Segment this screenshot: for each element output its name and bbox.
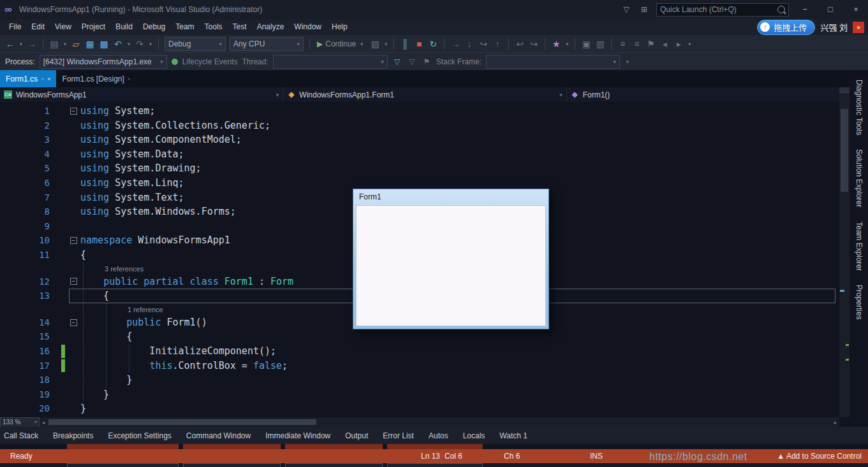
panel-tab-autos[interactable]: Autos (429, 431, 448, 440)
step-into-icon[interactable]: ↓ (463, 36, 476, 52)
fold-collapse-icon[interactable]: − (70, 237, 77, 244)
new-project-chevron[interactable]: ▾ (62, 41, 68, 47)
running-app-window[interactable]: Form1 (353, 189, 549, 329)
horizontal-scrollbar-thumb[interactable] (48, 419, 316, 425)
panel-tab-immediate-window[interactable]: Immediate Window (265, 431, 330, 440)
feedback-icon[interactable]: ⊞ (638, 5, 650, 14)
title-bar[interactable]: ∞ WindowsFormsApp1 (Running) - Microsoft… (0, 0, 868, 19)
code-line[interactable]: 19 } (0, 387, 839, 402)
code-line[interactable]: 5using System.Drawing; (0, 161, 839, 176)
redo-chevron[interactable]: ▾ (147, 41, 154, 47)
scroll-left-icon[interactable]: ◂ (40, 419, 47, 426)
open-file-icon[interactable]: ▱ (70, 36, 82, 52)
project-dropdown[interactable]: C# WindowsFormsApp1 ▾ (0, 87, 283, 102)
uncomment-icon[interactable]: ≡ (630, 36, 643, 52)
user-avatar[interactable]: ★ (853, 22, 864, 33)
panel-tab-call-stack[interactable]: Call Stack (4, 431, 38, 440)
diagnostics-icon[interactable]: ▨ (369, 36, 381, 52)
side-tab-team-explorer[interactable]: Team Explorer (855, 222, 864, 271)
menu-window[interactable]: Window (289, 19, 327, 35)
save-icon[interactable]: ▦ (84, 36, 96, 52)
code-line[interactable]: 18 } (0, 373, 839, 387)
type-dropdown[interactable]: ◆ WindowsFormsApp1.Form1 ▾ (283, 87, 566, 102)
add-to-source-control-button[interactable]: ▲ Add to Source Control (777, 449, 862, 463)
intellitrace-chevron[interactable]: ▾ (564, 41, 570, 47)
filter-icon[interactable]: ▽ (621, 5, 632, 14)
tab-form1-cs-design-[interactable]: Form1.cs [Design]▫ (56, 70, 136, 87)
code-line[interactable]: 15 { (0, 329, 839, 344)
close-tab-icon[interactable]: × (47, 76, 50, 82)
panel-tab-exception-settings[interactable]: Exception Settings (108, 431, 171, 440)
drag-upload-button[interactable]: ↑ 拖拽上传 (757, 20, 815, 35)
maximize-button[interactable]: □ (821, 2, 840, 17)
side-tab-solution-explorer[interactable]: Solution Explorer (855, 149, 864, 207)
comment-icon[interactable]: ≡ (616, 36, 629, 52)
redo-icon[interactable]: ↷ (133, 36, 146, 52)
process-dropdown[interactable]: [6432] WindowsFormsApp1.exe ▾ (40, 55, 167, 69)
code-line[interactable]: 3using System.ComponentModel; (0, 133, 839, 147)
menu-file[interactable]: File (4, 19, 26, 35)
filter-clear-icon[interactable]: ▽ (407, 57, 417, 66)
new-project-icon[interactable]: ▤ (48, 36, 61, 52)
undo-chevron[interactable]: ▾ (126, 41, 132, 47)
nav-back-chevron[interactable]: ▾ (18, 41, 24, 47)
code-line[interactable]: 1−using System; (0, 104, 839, 119)
undo-icon[interactable]: ↶ (112, 36, 124, 52)
minimize-button[interactable]: − (795, 2, 814, 17)
side-tab-properties[interactable]: Properties (855, 285, 864, 320)
save-all-icon[interactable]: ▩ (98, 36, 110, 52)
find-in-files-icon[interactable]: ▣ (580, 36, 592, 52)
close-button[interactable]: × (846, 2, 865, 17)
nav-back-icon[interactable]: ← (4, 36, 17, 52)
fold-collapse-icon[interactable]: − (70, 319, 77, 326)
panel-tab-breakpoints[interactable]: Breakpoints (53, 431, 93, 440)
panel-tab-command-window[interactable]: Command Window (186, 431, 251, 440)
fold-collapse-icon[interactable]: − (70, 278, 77, 285)
tab-form1-cs[interactable]: Form1.cs▫× (0, 70, 56, 87)
scroll-right-icon[interactable]: ▸ (832, 419, 839, 426)
menu-edit[interactable]: Edit (26, 19, 50, 35)
navigate-forward-icon[interactable]: ↪ (527, 36, 540, 52)
step-over-icon[interactable]: ↪ (477, 36, 490, 52)
toolbar-options-chevron[interactable]: ▾ (624, 59, 631, 65)
break-all-icon[interactable]: ║ (399, 36, 411, 52)
status-character[interactable]: Ch 6 (504, 449, 520, 463)
panel-tab-error-list[interactable]: Error List (383, 431, 414, 440)
zoom-dropdown[interactable]: 133 % ▾ (0, 417, 40, 427)
panel-tab-watch-1[interactable]: Watch 1 (499, 431, 527, 440)
horizontal-scrollbar-track[interactable] (47, 417, 832, 427)
codelens-references[interactable]: 3 references (80, 263, 143, 275)
code-line[interactable]: 20} (0, 401, 839, 416)
bookmark-next-icon[interactable]: ▸ (672, 36, 685, 52)
menu-view[interactable]: View (50, 19, 77, 35)
codelens-references[interactable]: 1 reference (80, 304, 163, 316)
panel-tab-locals[interactable]: Locals (463, 431, 485, 440)
vertical-scrollbar-thumb[interactable] (841, 109, 848, 192)
restart-icon[interactable]: ↻ (427, 36, 439, 52)
toolbar-overflow-chevron[interactable]: ▾ (686, 41, 693, 47)
code-line[interactable]: 2using System.Collections.Generic; (0, 119, 839, 133)
menu-project[interactable]: Project (77, 19, 110, 35)
status-column[interactable]: Col 6 (445, 449, 462, 463)
menu-team[interactable]: Team (170, 19, 199, 35)
stop-debugging-icon[interactable]: ■ (413, 36, 425, 52)
solution-platforms-dropdown[interactable]: Any CPU▾ (230, 37, 304, 51)
status-insert-mode[interactable]: INS (590, 449, 603, 463)
flag-threads-icon[interactable]: ⚑ (422, 57, 432, 66)
quick-launch-input[interactable]: Quick Launch (Ctrl+Q) (656, 3, 789, 17)
code-line[interactable]: 17 this.ControlBox = false; (0, 359, 839, 373)
side-tab-diagnostic-tools[interactable]: Diagnostic Tools (855, 80, 864, 135)
filter-threads-icon[interactable]: ▽ (392, 57, 402, 66)
menu-tools[interactable]: Tools (200, 19, 228, 35)
lifecycle-events-icon[interactable] (172, 59, 178, 65)
navigate-backward-icon[interactable]: ↩ (513, 36, 526, 52)
stack-frame-dropdown[interactable]: ▾ (486, 55, 620, 69)
editor-vertical-scrollbar[interactable] (839, 87, 850, 417)
continue-button[interactable]: ▶Continue▾ (314, 40, 367, 48)
nav-forward-icon[interactable]: → (26, 36, 38, 52)
bookmark-prev-icon[interactable]: ◂ (658, 36, 671, 52)
document-outline-icon[interactable]: ▥ (594, 36, 607, 52)
code-line[interactable]: 16 InitializeComponent(); (0, 344, 839, 359)
bookmark-icon[interactable]: ⚑ (644, 36, 657, 52)
show-next-statement-icon[interactable]: → (449, 36, 462, 52)
